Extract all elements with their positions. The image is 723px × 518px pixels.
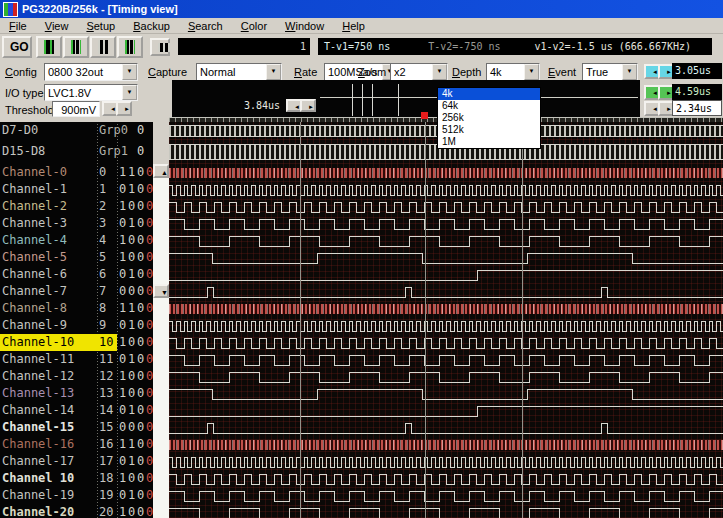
channel-row-3[interactable]: Channel-330100 xyxy=(0,215,153,232)
channel-row-6[interactable]: Channel-660100 xyxy=(0,266,153,283)
menu-item-search[interactable]: Search xyxy=(179,20,232,32)
threshold-field[interactable]: 900mV xyxy=(52,101,100,117)
channel-row-2[interactable]: Channel-221000 xyxy=(0,198,153,215)
channel-bit-3: 0 xyxy=(145,232,153,249)
scroll-down-icon[interactable]: ▼ xyxy=(153,284,169,298)
depth-combo[interactable]: 4k ▼ xyxy=(486,63,540,81)
scroll-up-icon[interactable]: ▲ xyxy=(153,164,169,178)
menu-item-help[interactable]: Help xyxy=(333,20,374,32)
channel-row-8[interactable]: Channel-881100 xyxy=(0,300,153,317)
chevron-down-icon[interactable]: ▼ xyxy=(122,64,137,80)
trigger-marker[interactable] xyxy=(421,112,428,119)
clock-waveform-ch0 xyxy=(169,168,723,178)
io-type-combo[interactable]: LVC1.8V ▼ xyxy=(44,84,138,101)
waveform-view-button-3[interactable] xyxy=(90,36,116,58)
view-window-marker[interactable] xyxy=(372,84,373,116)
group-row-grp0[interactable]: D7-D0Grp00 xyxy=(0,122,153,139)
channel-row-20[interactable]: Channel-20201000 xyxy=(0,504,153,518)
depth-option-64k[interactable]: 64k xyxy=(438,100,540,112)
window-right-button[interactable]: ► xyxy=(300,99,316,112)
cursor-v2[interactable] xyxy=(522,122,523,518)
menu-item-color[interactable]: Color xyxy=(232,20,276,32)
channel-row-5[interactable]: Channel-551000 xyxy=(0,249,153,266)
channel-bit-0: 1 xyxy=(118,470,127,487)
channel-row-17[interactable]: Channel-17170100 xyxy=(0,453,153,470)
channel-name: Channel-10 xyxy=(2,334,74,351)
depth-option-256k[interactable]: 256k xyxy=(438,112,540,124)
cursor-v1[interactable] xyxy=(300,122,301,518)
channel-index: 19 xyxy=(99,487,113,504)
channel-bit-0: 1 xyxy=(118,385,127,402)
position-overview-bar[interactable]: 3.84us ◄ ► xyxy=(172,80,640,120)
view-window-marker[interactable] xyxy=(362,84,363,116)
logic-analyzer-window: PG3220B/256k - [Timing view] FileViewSet… xyxy=(0,0,723,518)
waveform-view-button-1[interactable] xyxy=(36,36,62,58)
depth-option-4k[interactable]: 4k xyxy=(438,88,540,100)
chevron-down-icon[interactable]: ▼ xyxy=(266,64,281,80)
channel-bit-3: 0 xyxy=(145,317,153,334)
channel-scrollbar[interactable]: ▲ ▼ xyxy=(153,164,169,518)
channel-row-4[interactable]: Channel-441000 xyxy=(0,232,153,249)
channel-bit-1: 0 xyxy=(127,334,136,351)
channel-row-7[interactable]: Channel-770000 xyxy=(0,283,153,300)
channel-bit-2: 0 xyxy=(136,504,145,518)
go-button[interactable]: GO xyxy=(2,36,32,58)
chevron-down-icon[interactable]: ▼ xyxy=(524,64,539,80)
channel-index: 18 xyxy=(99,470,113,487)
view-window-marker[interactable] xyxy=(352,84,353,116)
channel-index: 7 xyxy=(99,283,106,300)
menu-item-setup[interactable]: Setup xyxy=(77,20,124,32)
clock-waveform-ch16 xyxy=(169,440,723,450)
channel-bit-2: 0 xyxy=(136,181,145,198)
depth-option-512k[interactable]: 512k xyxy=(438,124,540,136)
channel-row-10[interactable]: Channel-10101000 xyxy=(0,334,153,351)
channel-bit-2: 0 xyxy=(136,249,145,266)
channel-row-9[interactable]: Channel-990100 xyxy=(0,317,153,334)
config-combo[interactable]: 0800 32out ▼ xyxy=(44,63,138,81)
channel-bit-3: 0 xyxy=(145,266,153,283)
channel-row-19[interactable]: Channel-19190100 xyxy=(0,487,153,504)
menu-item-backup[interactable]: Backup xyxy=(124,20,179,32)
menu-item-file[interactable]: File xyxy=(0,20,36,32)
channel-index: 17 xyxy=(99,453,113,470)
channel-row-15[interactable]: Channel-15150000 xyxy=(0,419,153,436)
menu-item-window[interactable]: Window xyxy=(276,20,333,32)
acquisition-status-box: 1 xyxy=(178,38,310,55)
group-row-grp1[interactable]: D15-D8Grp10 xyxy=(0,139,153,164)
io-type-value: LVC1.8V xyxy=(48,87,91,99)
channel-row-18[interactable]: Channel 10181000 xyxy=(0,470,153,487)
view-window-marker[interactable] xyxy=(398,84,399,116)
bus-mode-button[interactable] xyxy=(150,38,170,56)
zoom-combo[interactable]: x2 ▼ xyxy=(390,63,448,81)
channel-row-12[interactable]: Channel-12121000 xyxy=(0,368,153,385)
channel-index: 6 xyxy=(99,266,106,283)
channel-row-13[interactable]: Channel-13131000 xyxy=(0,385,153,402)
capture-combo[interactable]: Normal ▼ xyxy=(196,63,282,81)
waveform-stripes-icon xyxy=(125,40,135,54)
waveform-stripes-icon xyxy=(71,40,81,54)
channel-row-11[interactable]: Channel-11110100 xyxy=(0,351,153,368)
event-combo[interactable]: True ▼ xyxy=(582,63,638,81)
window-time-readout: 3.84us xyxy=(244,100,280,111)
channel-bit-3: 0 xyxy=(145,164,153,181)
chevron-down-icon[interactable]: ▼ xyxy=(122,85,137,100)
channel-bit-3: 0 xyxy=(145,470,153,487)
cursor-trigger[interactable] xyxy=(425,122,426,518)
waveform-view-button-4[interactable] xyxy=(117,36,143,58)
channel-index: 5 xyxy=(99,249,106,266)
waveform-view-button-2[interactable] xyxy=(63,36,89,58)
channel-row-0[interactable]: Channel-001100 xyxy=(0,164,153,181)
channel-row-16[interactable]: Channel-16161100 xyxy=(0,436,153,453)
waveform-area[interactable] xyxy=(169,122,723,518)
threshold-increase-button[interactable]: ► xyxy=(116,101,132,116)
channel-row-14[interactable]: Channel-14140100 xyxy=(0,402,153,419)
pulse-waveform-ch15 xyxy=(169,419,723,438)
chevron-down-icon[interactable]: ▼ xyxy=(432,64,447,80)
measure-t-v2: T-v2=-750 ns xyxy=(428,38,500,55)
depth-option-1M[interactable]: 1M xyxy=(438,136,540,148)
channel-bit-2: 0 xyxy=(136,436,145,453)
chevron-down-icon[interactable]: ▼ xyxy=(622,64,637,80)
channel-row-1[interactable]: Channel-110100 xyxy=(0,181,153,198)
menu-item-view[interactable]: View xyxy=(36,20,78,32)
title-bar[interactable]: PG3220B/256k - [Timing view] xyxy=(0,0,723,18)
